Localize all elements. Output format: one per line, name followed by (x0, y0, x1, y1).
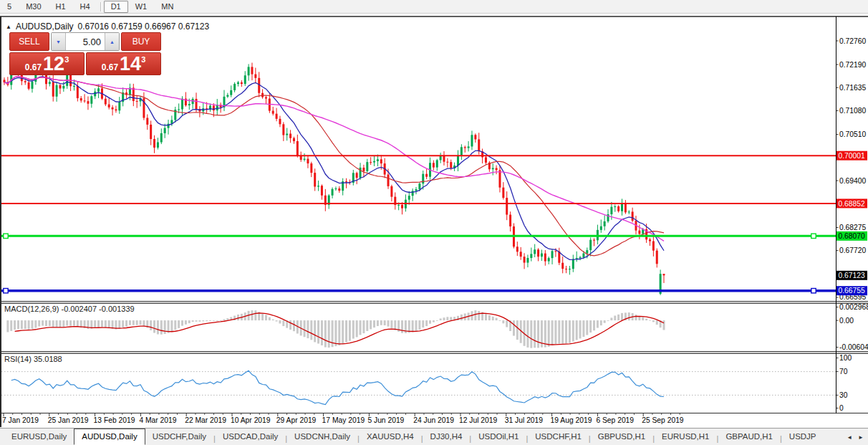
sell-price-panel[interactable]: 0.67 12 3 (9, 52, 85, 75)
moving-average-sma24 (4, 77, 664, 256)
buy-button[interactable]: BUY (121, 32, 161, 51)
rsi-axis-label: 30 (839, 391, 848, 399)
line-handle (811, 289, 816, 293)
macd-signal-value: -0.001339 (99, 305, 135, 313)
sell-price-prefix: 0.67 (25, 62, 42, 72)
tab-eurusd-h1[interactable]: EURUSD,H1 (655, 430, 716, 445)
tab-usdchf-daily[interactable]: USDCHF,Daily (145, 430, 213, 445)
price-badge-0.68852-text: 0.68852 (839, 200, 865, 208)
macd-axis-label: 0.002968 (839, 303, 868, 311)
toolbar-separator (100, 2, 101, 11)
rsi-line (11, 370, 664, 404)
date-axis-label: 25 Jan 2019 (48, 416, 89, 424)
tab-usdcad-daily[interactable]: USDCAD,Daily (216, 430, 285, 445)
chart-symbol-label: AUDUSD,Daily (16, 21, 74, 32)
price-tick-label: 0.72760 (839, 37, 866, 45)
chart-tabs-bar: EURUSD,DailyAUDUSD,DailyUSDCHF,Daily|USD… (0, 428, 868, 445)
macd-indicator-label: MACD(12,26,9) -0.002407 -0.001339 (4, 305, 135, 313)
rsi-axis-label: 70 (839, 368, 848, 375)
date-axis-label: 4 Mar 2019 (139, 416, 176, 424)
rsi-value: 35.0188 (34, 355, 62, 363)
collapse-triangle-icon[interactable]: ▲ (6, 24, 11, 30)
date-axis-label: 10 Apr 2019 (231, 416, 271, 424)
timeframe-w1-button[interactable]: W1 (128, 1, 155, 13)
chart-left-border (0, 16, 1, 427)
chart-title: ▲ AUDUSD,Daily 0.67016 0.67159 0.66967 0… (6, 21, 209, 32)
buy-price-point: 3 (141, 55, 145, 64)
timeframe-mn-button[interactable]: MN (154, 1, 180, 13)
price-chart-canvas[interactable]: 0.727600.721900.716350.710800.705100.699… (0, 14, 868, 428)
date-axis-label: 31 Jul 2019 (505, 416, 544, 424)
tab-scroll-arrows: ◄ ► (844, 429, 866, 445)
chart-ohlc-values: 0.67016 0.67159 0.66967 0.67123 (78, 21, 210, 32)
tab-gbpusd-h1[interactable]: GBPUSD,H1 (591, 430, 652, 445)
date-axis-label: 6 Sep 2019 (596, 416, 634, 424)
tab-usdcnh-daily[interactable]: USDCNH,Daily (287, 430, 357, 445)
volume-input[interactable]: 5.00 (66, 33, 105, 50)
buy-price-panel[interactable]: 0.67 14 3 (86, 52, 161, 75)
date-axis-label: 25 Sep 2019 (642, 416, 684, 424)
volume-increase-button[interactable]: ▲ (105, 33, 119, 50)
rsi-indicator-label: RSI(14) 35.0188 (4, 355, 62, 363)
buy-price-pips: 14 (120, 54, 141, 73)
chevron-down-icon: ▼ (56, 39, 61, 44)
sell-price-pips: 12 (43, 54, 64, 73)
price-tick-label: 0.72190 (839, 61, 866, 69)
price-badge-0.70001-text: 0.70001 (839, 152, 865, 160)
price-tick-label: 0.70510 (839, 130, 866, 138)
price-tick-label: 0.71080 (839, 107, 866, 115)
tab-xauusd-h4[interactable]: XAUUSD,H4 (360, 430, 421, 445)
date-axis-label: 13 Feb 2019 (94, 416, 135, 424)
line-handle (4, 234, 8, 238)
timeframe-d1-button[interactable]: D1 (104, 1, 128, 13)
timeframe-h1-button[interactable]: H1 (49, 1, 73, 13)
rsi-axis-label: 0 (839, 404, 844, 412)
metatrader-window: 5M30H1H4D1W1MN 0.727600.721900.716350.71… (0, 0, 868, 445)
price-tick-label: 0.69400 (839, 177, 866, 185)
scroll-left-icon[interactable]: ◄ (847, 434, 852, 441)
price-tick-label: 0.67720 (839, 247, 866, 254)
timeframe-h4-button[interactable]: H4 (73, 1, 97, 13)
date-axis-label: 5 Jun 2019 (367, 416, 404, 424)
timeframe-5-button[interactable]: 5 (0, 1, 19, 13)
macd-axis-label: -0.006047 (839, 343, 868, 351)
date-axis-label: 24 Jun 2019 (413, 416, 454, 424)
current-price-badge-text: 0.67123 (839, 272, 865, 279)
tab-usdoil-h1[interactable]: USDOil,H1 (471, 430, 526, 445)
moving-average-sma48 (4, 77, 664, 241)
tab-eurusd-daily[interactable]: EURUSD,Daily (4, 430, 74, 445)
price-tick-label: 0.68275 (839, 224, 866, 231)
tab-audusd-daily[interactable]: AUDUSD,Daily (74, 429, 145, 445)
scroll-right-icon[interactable]: ► (858, 434, 864, 441)
line-handle (811, 234, 816, 238)
volume-decrease-button[interactable]: ▼ (52, 33, 66, 50)
rsi-axis-label: 100 (839, 354, 852, 362)
timeframe-m30-button[interactable]: M30 (19, 1, 48, 13)
tab-gbpaud-h1[interactable]: GBPAUD,H1 (718, 430, 780, 445)
date-axis-label: 19 Aug 2019 (551, 416, 592, 424)
date-axis-label: 29 Apr 2019 (276, 416, 317, 424)
sell-price-point: 3 (64, 55, 69, 64)
chart-window[interactable]: 0.727600.721900.716350.710800.705100.699… (0, 14, 868, 428)
price-badge-0.66755-text: 0.66755 (839, 287, 865, 295)
price-tick-label: 0.71635 (839, 84, 866, 92)
one-click-trade-panel: SELL ▼ 5.00 ▲ BUY 0.67 12 3 (9, 32, 161, 75)
macd-main-value: -0.002407 (61, 305, 97, 313)
buy-price-prefix: 0.67 (102, 62, 118, 72)
date-axis-label: 7 Jan 2019 (2, 416, 39, 424)
date-axis-label: 22 Mar 2019 (185, 416, 226, 424)
tab-dj30-h4[interactable]: DJ30,H4 (423, 430, 470, 445)
tab-usdjp[interactable]: USDJP (782, 430, 824, 445)
timeframe-toolbar: 5M30H1H4D1W1MN (0, 0, 868, 14)
line-handle (4, 289, 8, 293)
price-badge-0.68070-text: 0.68070 (839, 232, 865, 240)
date-axis-label: 17 May 2019 (322, 416, 365, 424)
chevron-up-icon: ▲ (110, 39, 115, 44)
date-axis-label: 12 Jul 2019 (459, 416, 498, 424)
sell-button[interactable]: SELL (9, 32, 49, 51)
volume-spinner: ▼ 5.00 ▲ (51, 32, 120, 51)
macd-axis-label: 0.00 (839, 317, 854, 325)
tab-usdchf-h1[interactable]: USDCHF,H1 (528, 430, 589, 445)
